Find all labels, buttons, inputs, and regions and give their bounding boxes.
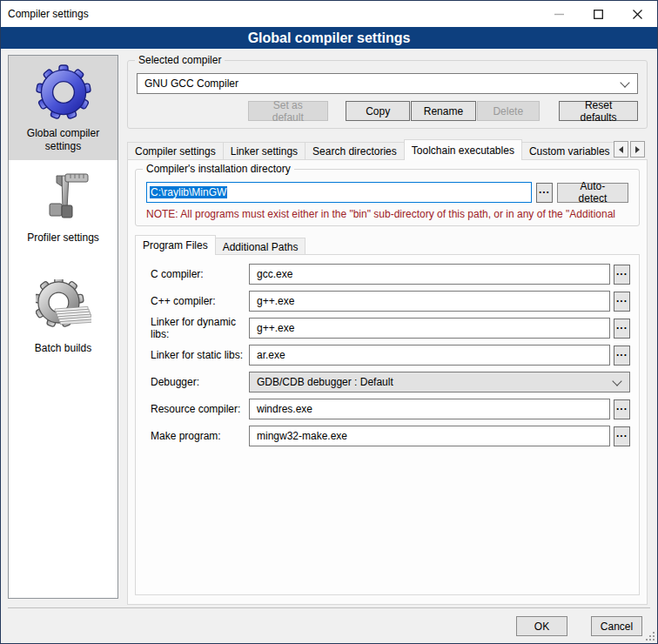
tab-linker-settings[interactable]: Linker settings (223, 142, 306, 160)
reset-defaults-button[interactable]: Reset defaults (559, 101, 638, 121)
settings-tab-strip: Compiler settings Linker settings Search… (127, 139, 648, 160)
tab-scroll-arrows (614, 141, 645, 158)
bin-subdirectory-note: NOTE: All programs must exist either in … (146, 208, 621, 220)
caliper-icon (36, 169, 91, 225)
main-panel: Selected compiler GNU GCC Compiler Set a… (127, 55, 648, 605)
toolchain-executables-page: Compiler's installation directory C:\ray… (127, 159, 648, 605)
compiler-select-value: GNU GCC Compiler (144, 77, 238, 90)
static-linker-browse-button[interactable]: ... (614, 345, 630, 366)
minimize-button[interactable] (540, 1, 579, 27)
sidebar-item-profiler-settings[interactable]: Profiler settings (9, 160, 118, 252)
compiler-select[interactable]: GNU GCC Compiler (137, 73, 638, 94)
c-compiler-row: C compiler: gcc.exe ... (151, 264, 630, 285)
c-compiler-label: C compiler: (151, 268, 249, 280)
cpp-compiler-label: C++ compiler: (151, 295, 249, 307)
sidebar-item-label: Global compiler settings (12, 127, 114, 153)
ok-button[interactable]: OK (516, 616, 567, 636)
tab-compiler-settings[interactable]: Compiler settings (127, 142, 224, 160)
resource-compiler-row: Resource compiler: windres.exe ... (151, 399, 630, 419)
settings-category-list: Global compiler settings Profil (8, 55, 118, 599)
maximize-button[interactable] (579, 1, 618, 27)
minimize-icon (554, 10, 564, 19)
banner-title: Global compiler settings (248, 30, 411, 46)
static-linker-input[interactable]: ar.exe (249, 345, 610, 366)
delete-button[interactable]: Delete (477, 101, 540, 121)
resource-compiler-label: Resource compiler: (151, 403, 249, 415)
arrow-left-icon (619, 146, 623, 153)
static-linker-label: Linker for static libs: (151, 349, 249, 361)
c-compiler-input[interactable]: gcc.exe (249, 264, 610, 285)
dialog-banner: Global compiler settings (1, 27, 657, 49)
compiler-settings-dialog: Compiler settings Global compiler settin… (0, 0, 658, 644)
selected-compiler-group-label: Selected compiler (135, 54, 225, 66)
set-as-default-button[interactable]: Set as default (248, 101, 328, 121)
tabs-container: Compiler settings Linker settings Search… (127, 139, 614, 160)
dynamic-linker-input[interactable]: g++.exe (249, 318, 610, 339)
debugger-row: Debugger: GDB/CDB debugger : Default (151, 372, 630, 392)
tab-search-directories[interactable]: Search directories (305, 142, 405, 160)
c-compiler-browse-button[interactable]: ... (614, 265, 630, 285)
program-files-panel: C compiler: gcc.exe ... C++ compiler: g+… (135, 254, 640, 595)
make-program-input[interactable]: mingw32-make.exe (249, 426, 610, 446)
make-program-label: Make program: (151, 430, 249, 442)
tab-custom-variables[interactable]: Custom variables (521, 142, 614, 160)
sidebar-item-global-compiler-settings[interactable]: Global compiler settings (9, 56, 118, 160)
subtab-program-files[interactable]: Program Files (135, 235, 216, 255)
auto-detect-button[interactable]: Auto-detect (557, 183, 628, 203)
rename-button[interactable]: Rename (411, 101, 475, 121)
toolchain-subtab-strip: Program Files Additional Paths (135, 235, 640, 255)
arrow-right-icon (635, 146, 640, 153)
close-icon (633, 10, 642, 19)
dialog-footer: OK Cancel (1, 608, 657, 644)
installation-directory-group: Compiler's installation directory C:\ray… (135, 169, 640, 226)
chevron-down-icon (620, 77, 629, 87)
make-program-browse-button[interactable]: ... (614, 426, 630, 446)
make-program-row: Make program: mingw32-make.exe ... (151, 426, 630, 446)
tab-toolchain-executables[interactable]: Toolchain executables (404, 139, 522, 160)
installation-directory-input[interactable]: C:\raylib\MinGW (146, 182, 532, 203)
sidebar-item-label: Batch builds (35, 342, 91, 355)
resource-compiler-browse-button[interactable]: ... (614, 399, 630, 419)
tab-scroll-right-button[interactable] (630, 141, 645, 158)
installation-directory-value: C:\raylib\MinGW (150, 186, 227, 198)
cancel-button[interactable]: Cancel (591, 616, 642, 636)
title-bar: Compiler settings (1, 1, 657, 27)
blue-gear-icon (36, 64, 91, 120)
dynamic-linker-label: Linker for dynamic libs: (151, 316, 249, 340)
cpp-compiler-browse-button[interactable]: ... (614, 292, 630, 312)
browse-directory-button[interactable]: ... (536, 183, 553, 203)
dynamic-linker-browse-button[interactable]: ... (614, 319, 630, 339)
compiler-actions: Set as default Copy Rename Delete Reset … (137, 101, 638, 121)
cpp-compiler-row: C++ compiler: g++.exe ... (151, 291, 630, 312)
subtab-additional-paths[interactable]: Additional Paths (215, 238, 306, 255)
static-linker-row: Linker for static libs: ar.exe ... (151, 345, 630, 366)
sidebar-item-batch-builds[interactable]: Batch builds (9, 271, 118, 362)
window-title: Compiler settings (1, 8, 89, 20)
selected-compiler-group: Selected compiler GNU GCC Compiler Set a… (127, 60, 648, 129)
debugger-label: Debugger: (151, 376, 249, 388)
resource-compiler-input[interactable]: windres.exe (249, 399, 610, 419)
installation-directory-row: C:\raylib\MinGW ... Auto-detect (146, 182, 628, 203)
sidebar-item-label: Profiler settings (27, 231, 99, 245)
copy-button[interactable]: Copy (346, 101, 410, 121)
dynamic-linker-row: Linker for dynamic libs: g++.exe ... (151, 318, 630, 339)
resize-grip[interactable] (645, 631, 655, 641)
chevron-down-icon (612, 376, 621, 386)
window-controls (540, 1, 657, 27)
maximize-icon (594, 10, 603, 19)
close-button[interactable] (618, 1, 657, 27)
debugger-select-value: GDB/CDB debugger : Default (257, 376, 393, 388)
installation-directory-group-label: Compiler's installation directory (143, 163, 294, 175)
gray-gear-stack-icon (36, 279, 91, 335)
debugger-select[interactable]: GDB/CDB debugger : Default (249, 372, 630, 392)
tab-scroll-left-button[interactable] (614, 141, 628, 158)
cpp-compiler-input[interactable]: g++.exe (249, 291, 610, 312)
